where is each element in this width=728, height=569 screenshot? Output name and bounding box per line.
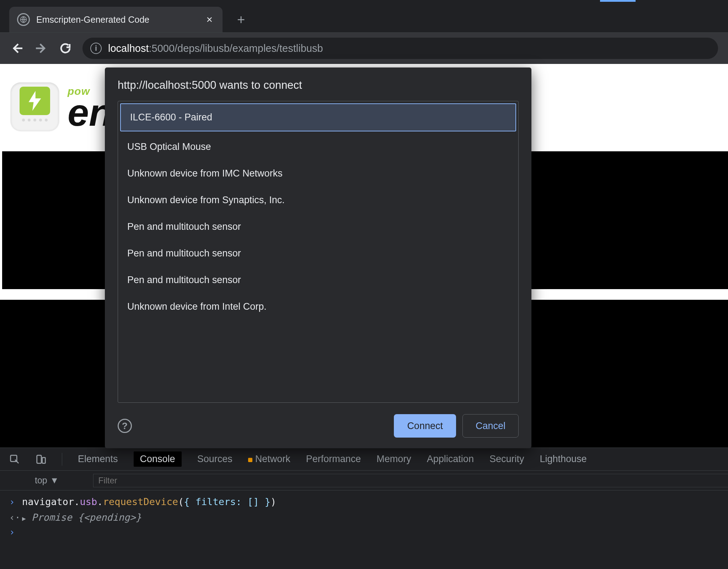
tab-lighthouse[interactable]: Lighthouse	[540, 454, 587, 465]
token: requestDevice	[103, 496, 178, 507]
tab-strip: Emscripten-Generated Code × +	[0, 0, 728, 33]
device-list: ILCE-6600 - Paired USB Optical Mouse Unk…	[118, 101, 519, 403]
device-item[interactable]: Pen and multitouch sensor	[118, 267, 518, 293]
url-host: localhost	[108, 43, 149, 54]
back-button[interactable]	[10, 41, 24, 55]
tab-memory[interactable]: Memory	[376, 454, 411, 465]
globe-icon	[17, 13, 30, 26]
tab-elements[interactable]: Elements	[78, 454, 118, 465]
tab-network[interactable]: Network	[248, 454, 290, 465]
usb-permission-dialog: http://localhost:5000 wants to connect I…	[105, 67, 531, 448]
expand-arrow-icon[interactable]: ▶	[22, 514, 26, 524]
console-output: › navigator.usb.requestDevice({ filters:…	[0, 491, 728, 548]
return-icon: ‹·	[9, 510, 16, 525]
window-accent	[600, 0, 636, 2]
cancel-button[interactable]: Cancel	[462, 414, 519, 438]
console-input-row: › navigator.usb.requestDevice({ filters:…	[9, 494, 719, 510]
token: {	[72, 512, 84, 523]
tab-application[interactable]: Application	[427, 454, 474, 465]
prompt-icon: ›	[9, 525, 16, 540]
console-output-row: ‹· ▶ Promise {<pending>}	[9, 510, 719, 525]
console-result: Promise {<pending>}	[32, 510, 141, 525]
dialog-footer: ? Connect Cancel	[118, 414, 519, 438]
new-tab-button[interactable]: +	[232, 10, 250, 29]
device-item[interactable]: Pen and multitouch sensor	[118, 240, 518, 267]
reload-button[interactable]	[58, 41, 73, 55]
token: <pending>	[84, 512, 135, 523]
device-item[interactable]: Unknown device from IMC Networks	[118, 160, 518, 187]
token: }	[135, 512, 141, 523]
browser-chrome: Emscripten-Generated Code × + i localhos…	[0, 0, 728, 64]
tab-sources[interactable]: Sources	[197, 454, 232, 465]
token: Promise	[32, 512, 72, 523]
close-tab-icon[interactable]: ×	[206, 13, 213, 26]
token: usb	[80, 496, 97, 507]
prompt-icon: ›	[9, 495, 16, 510]
browser-tab[interactable]: Emscripten-Generated Code ×	[9, 7, 223, 32]
context-selector[interactable]: top ▼	[35, 475, 59, 486]
device-item[interactable]: Pen and multitouch sensor	[118, 213, 518, 240]
device-item[interactable]: USB Optical Mouse	[118, 134, 518, 160]
devtools-tabs: Elements Console Sources Network Perform…	[0, 448, 728, 471]
context-label: top	[35, 475, 47, 486]
emscripten-logo	[11, 82, 59, 131]
help-icon[interactable]: ?	[118, 419, 132, 433]
chevron-down-icon: ▼	[50, 475, 59, 486]
console-toolbar: top ▼	[0, 471, 728, 491]
filter-input[interactable]	[93, 474, 728, 487]
inspect-icon[interactable]	[9, 454, 20, 465]
dialog-title: http://localhost:5000 wants to connect	[118, 79, 519, 92]
connect-button[interactable]: Connect	[394, 414, 456, 438]
tab-title: Emscripten-Generated Code	[36, 15, 149, 25]
console-prompt-row[interactable]: ›	[9, 525, 719, 540]
tab-security[interactable]: Security	[489, 454, 524, 465]
browser-toolbar: i localhost:5000/deps/libusb/examples/te…	[0, 33, 728, 64]
devtools-panel: Elements Console Sources Network Perform…	[0, 448, 728, 569]
forward-button[interactable]	[34, 41, 48, 55]
device-item[interactable]: Unknown device from Intel Corp.	[118, 293, 518, 320]
token: navigator	[22, 496, 74, 507]
tab-network-label: Network	[255, 454, 290, 464]
bolt-icon	[20, 87, 50, 115]
device-item[interactable]: ILCE-6600 - Paired	[120, 103, 516, 131]
device-item[interactable]: Unknown device from Synaptics, Inc.	[118, 187, 518, 213]
token: { filters: [] }	[184, 496, 271, 507]
console-code: navigator.usb.requestDevice({ filters: […	[22, 494, 276, 509]
site-info-icon[interactable]: i	[90, 43, 102, 54]
svg-rect-2	[37, 455, 42, 463]
address-bar[interactable]: i localhost:5000/deps/libusb/examples/te…	[82, 38, 718, 59]
tab-console[interactable]: Console	[134, 451, 182, 467]
svg-rect-3	[42, 457, 46, 463]
url-text: localhost:5000/deps/libusb/examples/test…	[108, 43, 323, 54]
tab-performance[interactable]: Performance	[306, 454, 361, 465]
url-path: :5000/deps/libusb/examples/testlibusb	[149, 43, 323, 54]
device-toggle-icon[interactable]	[36, 454, 46, 465]
